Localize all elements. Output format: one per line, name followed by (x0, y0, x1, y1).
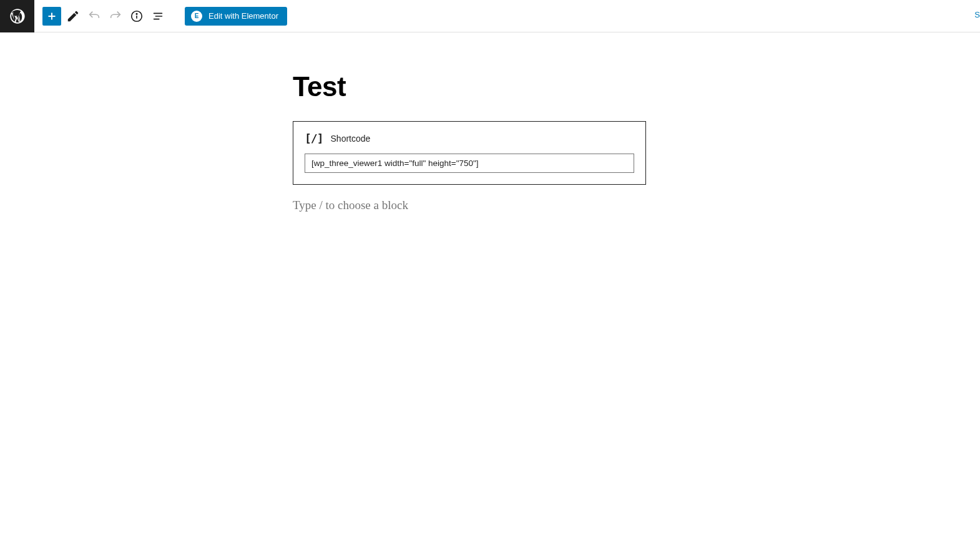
details-button[interactable] (127, 7, 146, 26)
shortcode-icon: [/] (305, 132, 323, 145)
svg-point-4 (136, 13, 137, 14)
info-icon (130, 9, 144, 23)
undo-button[interactable] (85, 7, 104, 26)
elementor-button-label: Edit with Elementor (208, 11, 278, 21)
shortcode-block-label: Shortcode (331, 134, 371, 144)
content-column: Test [/] Shortcode Type / to choose a bl… (293, 71, 646, 212)
edit-tools-button[interactable] (64, 7, 82, 26)
redo-icon (109, 9, 122, 23)
editor-toolbar: E Edit with Elementor S (0, 0, 980, 32)
list-view-icon (151, 9, 165, 23)
edit-with-elementor-button[interactable]: E Edit with Elementor (185, 7, 287, 26)
wordpress-logo-icon (9, 7, 26, 25)
toolbar-button-group (34, 7, 167, 26)
editor-canvas: Test [/] Shortcode Type / to choose a bl… (0, 32, 980, 212)
redo-button[interactable] (106, 7, 125, 26)
outline-button[interactable] (149, 7, 167, 26)
page-title[interactable]: Test (293, 71, 646, 102)
pencil-icon (66, 9, 80, 23)
default-block-appender[interactable]: Type / to choose a block (293, 198, 646, 212)
right-toolbar-link[interactable]: S (974, 10, 980, 19)
add-block-button[interactable] (42, 7, 61, 26)
shortcode-input[interactable] (305, 154, 634, 173)
elementor-logo-icon: E (191, 11, 202, 22)
shortcode-block[interactable]: [/] Shortcode (293, 121, 646, 185)
plus-icon (45, 9, 59, 23)
undo-icon (87, 9, 101, 23)
wordpress-logo-button[interactable] (0, 0, 34, 32)
shortcode-block-header: [/] Shortcode (305, 132, 634, 145)
